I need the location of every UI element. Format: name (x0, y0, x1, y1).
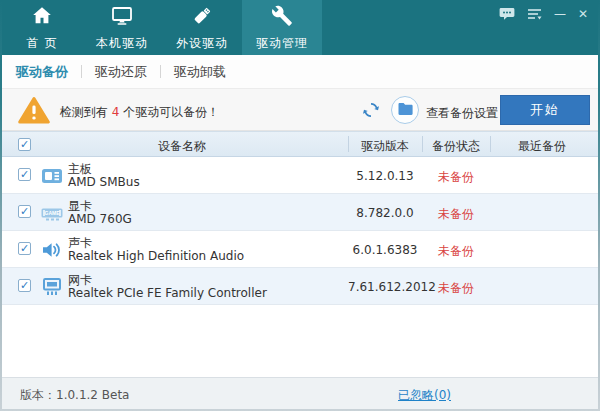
header-device-name: 设备名称 (62, 138, 302, 155)
feedback-icon[interactable] (499, 7, 515, 21)
window-controls: — ✕ (499, 7, 588, 21)
table-row[interactable]: ✓ 网卡 Realtek PCIe FE Family Controller 7… (2, 268, 598, 305)
nav-tab-driver-management[interactable]: 驱动管理 (242, 0, 322, 55)
table-row[interactable]: ✓ 主板 AMD SMBus 5.12.0.13 未备份 (2, 157, 598, 194)
subtab-driver-restore[interactable]: 驱动还原 (82, 63, 160, 81)
folder-icon (397, 101, 414, 120)
start-button[interactable]: 开始 (500, 95, 590, 125)
subtab-bar: 驱动备份 驱动还原 驱动卸载 (2, 55, 598, 88)
device-name: Realtek PCIe FE Family Controller (68, 286, 267, 300)
select-all-checkbox[interactable]: ✓ (18, 138, 31, 151)
network-icon (40, 275, 64, 302)
device-name: AMD 760G (68, 212, 132, 226)
driver-version: 5.12.0.13 (348, 169, 422, 183)
nav-tab-home[interactable]: 首 页 (2, 0, 82, 55)
motherboard-icon (40, 164, 64, 191)
nav-tab-label: 外设驱动 (176, 35, 228, 52)
nav-tab-label: 首 页 (27, 35, 58, 52)
driver-version: 6.0.1.6383 (348, 243, 422, 257)
speaker-icon (40, 238, 64, 265)
row-checkbox[interactable]: ✓ (18, 205, 31, 218)
status-bar: 版本：1.0.1.2 Beta 已忽略(0) (2, 377, 598, 409)
refresh-icon[interactable] (362, 101, 380, 119)
subtab-driver-backup[interactable]: 驱动备份 (14, 63, 81, 81)
minimize-icon[interactable]: — (554, 7, 566, 21)
device-name: AMD SMBus (68, 175, 140, 189)
row-checkbox[interactable]: ✓ (18, 242, 31, 255)
row-checkbox[interactable]: ✓ (18, 279, 31, 292)
notice-text: 检测到有 4 个驱动可以备份！ (60, 104, 219, 121)
svg-text:GAME: GAME (45, 210, 61, 216)
table-row[interactable]: ✓ GAME 显卡 AMD 760G 8.782.0.0 未备份 (2, 194, 598, 231)
app-window: 首 页 本机驱动 外设驱动 驱动管理 (0, 0, 600, 411)
driver-version: 7.61.612.2012 (348, 280, 422, 294)
nav-tab-peripheral-drivers[interactable]: 外设驱动 (162, 0, 242, 55)
device-name: Realtek High Definition Audio (68, 249, 244, 263)
app-content: 首 页 本机驱动 外设驱动 驱动管理 (2, 0, 598, 409)
nav-tab-label: 驱动管理 (256, 35, 308, 52)
wrench-icon (270, 4, 294, 32)
header-last-backup: 最近备份 (490, 138, 594, 155)
driver-version: 8.782.0.0 (348, 206, 422, 220)
app-version: 版本：1.0.1.2 Beta (20, 387, 129, 404)
backup-settings-button[interactable] (391, 96, 419, 124)
home-icon (30, 4, 54, 32)
backup-status: 未备份 (422, 169, 490, 186)
main-nav: 首 页 本机驱动 外设驱动 驱动管理 (2, 0, 598, 55)
subtab-driver-uninstall[interactable]: 驱动卸载 (161, 63, 239, 81)
usb-icon (190, 4, 214, 32)
close-icon[interactable]: ✕ (578, 7, 588, 21)
backup-status: 未备份 (422, 243, 490, 260)
header-backup-status: 备份状态 (422, 138, 490, 155)
nav-tab-label: 本机驱动 (96, 35, 148, 52)
nav-tab-local-drivers[interactable]: 本机驱动 (82, 0, 162, 55)
table-row[interactable]: ✓ 声卡 Realtek High Definition Audio 6.0.1… (2, 231, 598, 268)
gpu-icon: GAME (40, 201, 64, 228)
warning-icon (18, 96, 50, 129)
notice-bar: 检测到有 4 个驱动可以备份！ 查看备份设置 开始 (2, 88, 598, 131)
header-driver-version: 驱动版本 (348, 138, 422, 155)
backup-status: 未备份 (422, 280, 490, 297)
row-checkbox[interactable]: ✓ (18, 168, 31, 181)
backup-status: 未备份 (422, 206, 490, 223)
monitor-icon (110, 4, 134, 32)
backup-settings-label[interactable]: 查看备份设置 (426, 105, 498, 122)
table-header: ✓ 设备名称 驱动版本 备份状态 最近备份 (2, 131, 598, 157)
menu-icon[interactable] (527, 8, 542, 21)
ignored-link[interactable]: 已忽略(0) (398, 387, 451, 404)
